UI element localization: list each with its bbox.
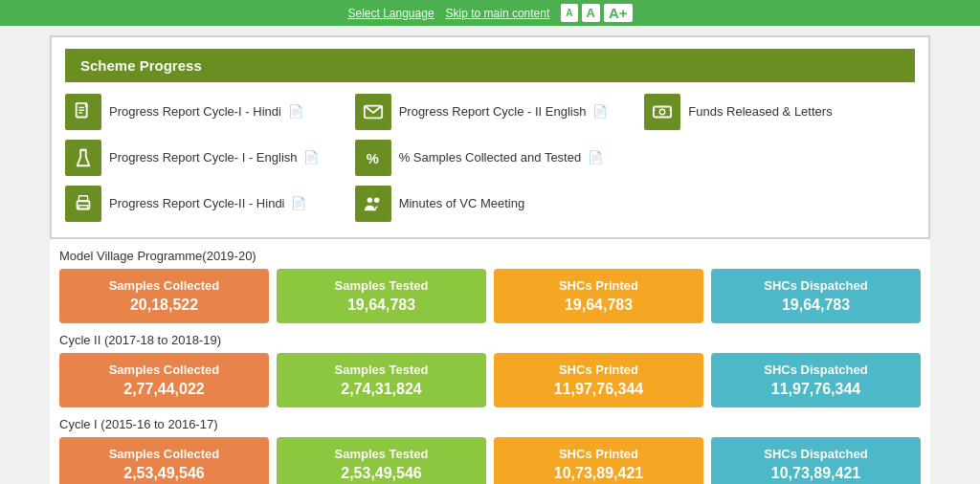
stat-card-cycle1-1: Samples Tested2,53,49,546 (277, 437, 486, 484)
section-title-mvp: Model Village Programme(2019-20) (59, 249, 921, 263)
stat-label: SHCs Dispatched (719, 447, 913, 461)
top-bar: Select Language Skip to main content A A… (0, 0, 980, 26)
stat-label: SHCs Dispatched (719, 363, 913, 377)
stat-card-mvp-1: Samples Tested19,64,783 (277, 269, 486, 323)
money-icon (644, 94, 680, 130)
email-icon (355, 94, 391, 130)
skip-main-label[interactable]: Skip to main content (446, 7, 550, 20)
section-title-cycle1: Cycle I (2015-16 to 2016-17) (59, 417, 921, 431)
percent-icon: % (355, 140, 391, 176)
stat-label: Samples Tested (284, 278, 479, 293)
stat-label: SHCs Printed (501, 363, 696, 377)
stat-label: Samples Collected (67, 363, 261, 377)
report-icon (65, 94, 101, 130)
stats-row-mvp: Samples Collected20,18,522Samples Tested… (59, 269, 921, 323)
stat-value: 19,64,783 (501, 297, 696, 314)
stat-label: Samples Tested (284, 363, 479, 377)
font-large-button[interactable]: A+ (604, 4, 633, 22)
stat-value: 19,64,783 (719, 297, 913, 314)
link-text-1: Progress Report Cycle-I - Hindi 📄 (109, 104, 303, 121)
stat-label: SHCs Printed (501, 447, 696, 461)
scheme-link-report-cycle1-hindi[interactable]: Progress Report Cycle-I - Hindi 📄 (65, 94, 336, 130)
stat-card-cycle1-0: Samples Collected2,53,49,546 (59, 437, 269, 484)
stat-card-cycle1-2: SHCs Printed10,73,89,421 (494, 437, 703, 484)
link-text-6: Progress Report Cycle-II - Hindi 📄 (109, 196, 306, 212)
stat-value: 2,74,31,824 (284, 381, 479, 398)
stat-value: 20,18,522 (67, 297, 261, 314)
svg-rect-6 (654, 107, 671, 118)
people-icon (355, 186, 391, 222)
stat-label: Samples Collected (67, 447, 261, 461)
stat-value: 2,77,44,022 (67, 381, 261, 398)
link-text-2: Progress Report Cycle - II English 📄 (399, 104, 608, 121)
stat-value: 11,97,76,344 (719, 381, 913, 398)
link-text-5: % Samples Collected and Tested 📄 (399, 150, 603, 166)
stat-card-mvp-2: SHCs Printed19,64,783 (494, 269, 703, 323)
select-language-label[interactable]: Select Language (347, 7, 434, 20)
stats-row-cycle1: Samples Collected2,53,49,546Samples Test… (59, 437, 921, 484)
stat-value: 2,53,49,546 (67, 465, 261, 482)
stat-card-cycle1-3: SHCs Dispatched10,73,89,421 (711, 437, 921, 484)
scheme-progress-header: Scheme Progress (65, 49, 915, 82)
svg-text:%: % (366, 151, 378, 166)
section-title-cycle2: Cycle II (2017-18 to 2018-19) (59, 333, 921, 347)
stat-card-cycle2-3: SHCs Dispatched11,97,76,344 (711, 353, 921, 407)
link-text-3: Funds Released & Letters (688, 104, 832, 121)
link-text-7: Minutes of VC Meeting (399, 196, 525, 212)
scheme-link-samples-tested[interactable]: % % Samples Collected and Tested 📄 (355, 140, 626, 176)
flask-icon (65, 140, 101, 176)
stat-card-mvp-0: Samples Collected20,18,522 (59, 269, 269, 323)
svg-point-16 (374, 198, 380, 204)
content-area: Model Village Programme(2019-20)Samples … (50, 249, 930, 484)
stat-label: SHCs Dispatched (719, 278, 913, 293)
stat-value: 11,97,76,344 (501, 381, 696, 398)
main-wrapper: Scheme Progress Progress Report Cycle-I … (50, 35, 930, 484)
stat-value: 10,73,89,421 (719, 465, 913, 482)
stat-card-cycle2-1: Samples Tested2,74,31,824 (277, 353, 486, 407)
link-text-4: Progress Report Cycle- I - English 📄 (109, 150, 319, 166)
scheme-link-funds[interactable]: Funds Released & Letters (644, 94, 915, 130)
stat-card-mvp-3: SHCs Dispatched19,64,783 (711, 269, 921, 323)
stats-container: Model Village Programme(2019-20)Samples … (59, 249, 921, 484)
scheme-link-report-cycle1-english[interactable]: Progress Report Cycle- I - English 📄 (65, 140, 336, 176)
font-small-button[interactable]: A (561, 4, 577, 22)
stat-card-cycle2-0: Samples Collected2,77,44,022 (59, 353, 269, 407)
stat-label: Samples Collected (67, 278, 261, 293)
stat-label: Samples Tested (284, 447, 479, 461)
stat-value: 2,53,49,546 (284, 465, 479, 482)
scheme-link-report-cycle2-english[interactable]: Progress Report Cycle - II English 📄 (355, 94, 626, 130)
stat-value: 19,64,783 (284, 297, 479, 314)
stat-value: 10,73,89,421 (501, 465, 696, 482)
font-normal-button[interactable]: A (582, 4, 600, 22)
scheme-links-grid: Progress Report Cycle-I - Hindi 📄 Progre… (65, 94, 915, 222)
stat-label: SHCs Printed (501, 278, 696, 293)
svg-point-15 (367, 198, 372, 204)
print-icon (65, 186, 101, 222)
stat-card-cycle2-2: SHCs Printed11,97,76,344 (494, 353, 703, 407)
scheme-link-report-cycle2-hindi[interactable]: Progress Report Cycle-II - Hindi 📄 (65, 186, 336, 222)
stats-row-cycle2: Samples Collected2,77,44,022Samples Test… (59, 353, 921, 407)
font-size-controls: A A A+ (561, 4, 632, 22)
scheme-link-vc-meeting[interactable]: Minutes of VC Meeting (355, 186, 626, 222)
svg-point-7 (660, 109, 666, 115)
scheme-progress-section: Scheme Progress Progress Report Cycle-I … (50, 35, 930, 239)
svg-rect-14 (78, 206, 87, 209)
